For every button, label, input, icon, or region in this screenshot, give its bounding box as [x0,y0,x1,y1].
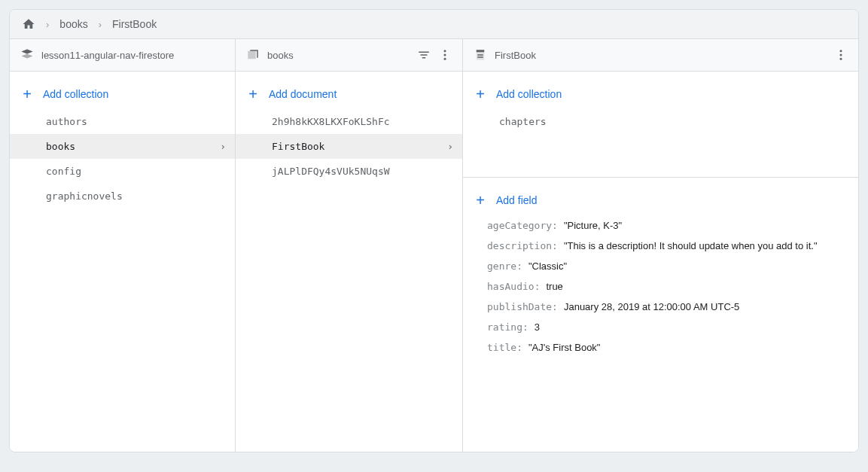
firestore-panel: › books › FirstBook lesson11-angular-nav… [9,9,859,452]
collection-item[interactable]: graphicnovels [10,184,235,209]
chevron-right-icon: › [99,19,102,30]
document-name: FirstBook [272,141,324,152]
add-subcollection-label: Add collection [496,88,562,100]
field-value: "Classic" [528,260,567,272]
field-row[interactable]: ageCategory "Picture, K-3" [463,215,858,236]
svg-point-0 [444,50,446,52]
field-row[interactable]: publishDate January 28, 2019 at 12:00:00… [463,297,858,317]
add-field-label: Add field [496,194,537,206]
collection-item[interactable]: config [10,159,235,184]
subcollection-item[interactable]: chapters [463,109,858,134]
field-key: title [487,342,522,353]
plus-icon: + [474,193,487,208]
database-icon [20,48,34,62]
chevron-right-icon: › [46,19,49,30]
add-collection-label: Add collection [43,88,108,100]
overflow-menu-icon[interactable] [438,48,452,62]
document-item[interactable]: FirstBook › [236,134,462,159]
svg-point-1 [444,54,446,56]
chevron-right-icon: › [220,141,226,152]
collection-header: books [236,39,462,72]
subcollection-name: chapters [499,116,547,127]
field-key: hasAudio [487,281,540,292]
field-value: "AJ's First Book" [528,342,601,353]
document-name: 2h9h8kKX8LKXFoKLShFc [272,116,390,127]
field-value: "Picture, K-3" [564,220,622,231]
document-title: FirstBook [495,50,536,61]
collection-icon [246,48,260,62]
collection-name: config [46,166,81,177]
plus-icon: + [474,87,487,102]
field-value: January 28, 2019 at 12:00:00 AM UTC-5 [564,301,739,312]
field-value: true [546,281,562,292]
subcollections-list: chapters [463,109,858,177]
svg-point-3 [840,50,842,52]
add-collection-button[interactable]: + Add collection [10,79,235,109]
field-row[interactable]: rating 3 [463,317,858,337]
collection-item[interactable]: authors [10,109,235,134]
filter-icon[interactable] [417,48,431,62]
collection-name: books [46,141,75,152]
field-key: rating [487,321,528,333]
document-icon [474,48,487,62]
collection-column: books + Add document 2h9h8kKX8LKXFoKLShF… [236,39,463,452]
columns: lesson11-angular-nav-firestore + Add col… [10,39,858,452]
svg-point-5 [840,58,842,60]
field-value: "This is a description! It should update… [564,240,818,251]
collection-name: authors [46,116,87,127]
collection-name: graphicnovels [46,190,123,202]
document-item[interactable]: 2h9h8kKX8LKXFoKLShFc [236,109,462,134]
root-title: lesson11-angular-nav-firestore [41,50,174,61]
field-key: publishDate [487,301,558,312]
field-value: 3 [535,321,540,333]
document-name: jALPlDFQy4sVUk5NUqsW [272,166,390,177]
overflow-menu-icon[interactable] [834,48,848,62]
field-key: ageCategory [487,220,558,231]
collection-title: books [267,50,294,61]
field-key: genre [487,260,522,272]
home-icon[interactable] [22,17,35,31]
svg-point-2 [444,58,446,60]
add-field-button[interactable]: + Add field [463,185,858,215]
field-key: description [487,240,558,251]
document-column: FirstBook + Add collection chapters [463,39,858,452]
document-header: FirstBook [463,39,858,72]
field-row[interactable]: genre "Classic" [463,256,858,276]
field-row[interactable]: title "AJ's First Book" [463,337,858,358]
plus-icon: + [246,87,260,102]
breadcrumb-item[interactable]: books [59,18,87,30]
svg-point-4 [840,54,842,56]
add-document-label: Add document [269,88,337,100]
collection-item[interactable]: books › [10,134,235,159]
chevron-right-icon: › [447,141,453,152]
field-row[interactable]: hasAudio true [463,276,858,297]
breadcrumb-item[interactable]: FirstBook [112,18,157,30]
root-column: lesson11-angular-nav-firestore + Add col… [10,39,236,452]
add-subcollection-button[interactable]: + Add collection [463,79,858,109]
root-header: lesson11-angular-nav-firestore [10,39,235,72]
add-document-button[interactable]: + Add document [236,79,462,109]
plus-icon: + [20,87,34,102]
field-row[interactable]: description "This is a description! It s… [463,236,858,256]
fields-list: ageCategory "Picture, K-3" description "… [463,215,858,358]
collections-list: authors books › config graphicnovels [10,109,235,209]
breadcrumb-bar: › books › FirstBook [10,10,858,39]
document-item[interactable]: jALPlDFQy4sVUk5NUqsW [236,159,462,184]
documents-list: 2h9h8kKX8LKXFoKLShFc FirstBook › jALPlDF… [236,109,462,184]
